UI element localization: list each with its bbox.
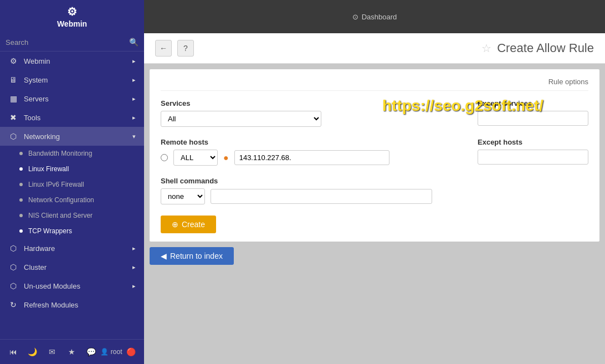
chevron-right-icon: ▸ <box>132 76 136 84</box>
sidebar-sub-label: Network Configuration <box>28 196 94 204</box>
chat-icon[interactable]: 💬 <box>84 344 99 360</box>
chevron-right-icon: ▸ <box>132 264 136 271</box>
cluster-nav-icon: ⬡ <box>8 263 18 271</box>
sidebar-item-label: Refresh Modules <box>24 301 78 309</box>
sidebar-item-label: System <box>24 76 48 84</box>
alert-icon[interactable]: 🔴 <box>124 344 139 360</box>
networking-nav-icon: ⬡ <box>8 132 18 141</box>
user-person-icon: 👤 <box>100 348 109 356</box>
search-icon[interactable]: 🔍 <box>129 38 139 47</box>
return-button-label: Return to index <box>170 252 223 260</box>
services-label: Services <box>161 99 321 107</box>
sidebar-item-system[interactable]: 🖥 System ▸ <box>0 70 144 89</box>
sidebar-item-servers[interactable]: ▦ Servers ▸ <box>0 89 144 108</box>
bullet-icon: ● <box>223 153 229 163</box>
search-box: 🔍 <box>0 33 144 52</box>
return-button-row: ◀ Return to index <box>144 247 605 270</box>
remote-hosts-controls: ALL ● <box>161 150 389 166</box>
sidebar-item-webmin[interactable]: ⚙ Webmin ▸ <box>0 52 144 70</box>
dot-icon <box>19 183 23 186</box>
remote-hosts-select[interactable]: ALL <box>173 150 218 166</box>
sidebar-sub-label: NIS Client and Server <box>28 212 93 219</box>
create-button-label: Create <box>182 220 205 229</box>
sidebar-item-label: Tools <box>24 114 40 122</box>
services-group: Services All <box>161 99 321 127</box>
shell-commands-group: Shell commands none <box>161 177 432 204</box>
sidebar-sub-bandwidth[interactable]: Bandwidth Monitoring <box>0 146 144 161</box>
webmin-icon: ⚙ <box>67 5 77 18</box>
moon-icon[interactable]: 🌙 <box>25 344 40 360</box>
shell-commands-row: Shell commands none <box>161 177 588 204</box>
sidebar-item-networking[interactable]: ⬡ Networking ▾ <box>0 127 144 146</box>
shell-input[interactable] <box>211 189 432 204</box>
sidebar-sub-ipv6[interactable]: Linux IPv6 Firewall <box>0 177 144 192</box>
rule-panel: Rule options Services All Except service… <box>150 69 599 242</box>
webmin-title: Webmin <box>57 19 87 28</box>
return-button[interactable]: ◀ Return to index <box>150 247 234 265</box>
refresh-nav-icon: ↻ <box>8 300 18 309</box>
sidebar-item-label: Networking <box>24 132 60 141</box>
sidebar-item-refresh[interactable]: ↻ Refresh Modules <box>0 295 144 314</box>
sidebar-sub-firewall[interactable]: Linux Firewall <box>0 161 144 177</box>
sidebar-sub-tcp[interactable]: TCP Wrappers <box>0 223 144 239</box>
chevron-down-icon: ▾ <box>132 133 136 140</box>
search-input[interactable] <box>6 38 129 47</box>
chevron-right-icon: ▸ <box>132 283 136 290</box>
remote-hosts-label: Remote hosts <box>161 138 389 146</box>
remote-radio-all[interactable] <box>161 154 168 161</box>
remote-hosts-group: Remote hosts ALL ● <box>161 138 389 166</box>
sidebar-sub-netconfig[interactable]: Network Configuration <box>0 192 144 208</box>
help-icon: ? <box>183 44 188 53</box>
back-icon: ← <box>160 44 167 53</box>
user-icon[interactable]: 👤 root <box>104 344 119 360</box>
except-services-group: Except services <box>478 99 588 126</box>
chevron-right-icon: ▸ <box>132 58 136 65</box>
hardware-nav-icon: ⬡ <box>8 244 18 253</box>
shell-select[interactable]: none <box>161 188 205 204</box>
sidebar-item-label: Webmin <box>24 57 50 65</box>
sidebar-item-label: Cluster <box>24 263 47 271</box>
mail-icon[interactable]: ✉ <box>45 344 60 360</box>
sidebar-item-hardware[interactable]: ⬡ Hardware ▸ <box>0 239 144 258</box>
sidebar-sub-label: Linux IPv6 Firewall <box>28 181 84 188</box>
shell-controls: none <box>161 188 432 204</box>
star-icon[interactable]: ★ <box>64 344 79 360</box>
help-button[interactable]: ? <box>177 40 194 57</box>
first-icon[interactable]: ⏮ <box>6 344 20 360</box>
sidebar-item-cluster[interactable]: ⬡ Cluster ▸ <box>0 258 144 276</box>
rule-options-title: Rule options <box>161 78 588 91</box>
user-label-text: root <box>111 348 122 356</box>
bottom-bar: ⏮ 🌙 ✉ ★ 💬 👤 root 🔴 <box>0 339 144 364</box>
except-services-input[interactable] <box>478 111 588 126</box>
servers-nav-icon: ▦ <box>8 94 18 103</box>
dot-icon <box>19 214 23 217</box>
except-hosts-input[interactable] <box>478 150 588 165</box>
plus-icon: ⊕ <box>172 220 178 229</box>
dashboard-icon: ⊙ <box>352 13 358 21</box>
dot-icon <box>19 152 23 155</box>
chevron-right-icon: ▸ <box>132 245 136 252</box>
sidebar-sub-label: Linux Firewall <box>28 165 69 173</box>
sidebar-sub-label: TCP Wrappers <box>28 227 72 235</box>
page-title-text: Create Allow Rule <box>497 41 594 55</box>
services-select[interactable]: All <box>161 111 321 127</box>
sidebar-item-tools[interactable]: ✖ Tools ▸ <box>0 108 144 127</box>
sidebar-sub-nis[interactable]: NIS Client and Server <box>0 208 144 223</box>
create-button-row: ⊕ Create <box>161 216 588 233</box>
remote-hosts-row: Remote hosts ALL ● Except hosts <box>161 138 588 166</box>
back-button[interactable]: ← <box>155 40 172 57</box>
dot-icon <box>19 167 23 171</box>
create-button[interactable]: ⊕ Create <box>161 216 216 233</box>
sidebar-sub-label: Bandwidth Monitoring <box>28 150 92 157</box>
dot-icon <box>19 198 23 202</box>
sidebar: 🔍 ⚙ Webmin ▸ 🖥 System ▸ ▦ Servers ▸ ✖ To… <box>0 33 144 364</box>
sidebar-item-label: Un-used Modules <box>24 282 80 290</box>
return-arrow-icon: ◀ <box>161 252 167 260</box>
dashboard-tab[interactable]: ⊙ Dashboard <box>144 0 605 33</box>
favorite-star-icon[interactable]: ☆ <box>481 42 491 55</box>
webmin-logo: ⚙ Webmin <box>0 0 144 33</box>
sidebar-item-label: Hardware <box>24 244 55 253</box>
services-row: Services All Except services <box>161 99 588 127</box>
remote-ip-input[interactable] <box>234 150 389 165</box>
sidebar-item-unused[interactable]: ⬡ Un-used Modules ▸ <box>0 276 144 295</box>
